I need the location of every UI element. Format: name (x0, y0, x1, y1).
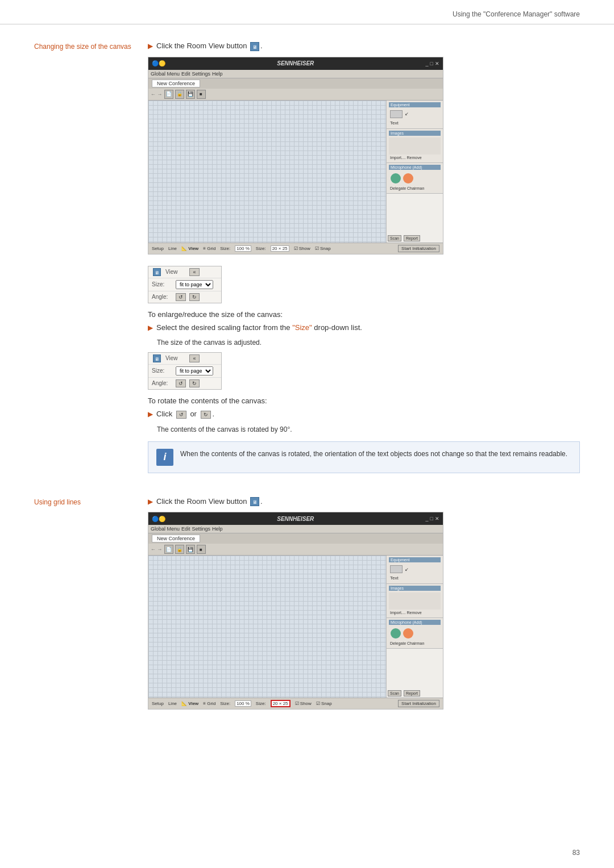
rotate-left-btn-2[interactable]: ↺ (176, 379, 186, 387)
mic-icons-1 (389, 172, 441, 185)
size-select-widget2[interactable]: fit to page 100% (176, 366, 213, 375)
mic-labels-1: Delegate Chairman (389, 185, 441, 191)
right-spacer-2 (387, 649, 443, 689)
win-minimize-2[interactable]: _ (426, 516, 429, 521)
grid-overlay-2 (148, 556, 386, 698)
win-maximize-2[interactable]: □ (430, 516, 433, 521)
angle-label-widget2: Angle: (152, 380, 172, 386)
room-view-icon-2[interactable]: 🖥 (250, 497, 259, 506)
images-area-1 (389, 137, 441, 155)
equipment-content-1: ↙ (389, 109, 441, 119)
equipment-content-2: ↙ (389, 564, 441, 574)
toolbar-square-2[interactable]: ■ (197, 545, 206, 554)
scan-btn-1[interactable]: Scan (388, 235, 401, 241)
rotate-right-inline[interactable]: ↻ (201, 411, 211, 419)
toolbar-doc[interactable]: 📄 (164, 90, 173, 99)
report-btn-2[interactable]: Report (404, 690, 420, 696)
toolbar-nav: ← → (151, 91, 163, 97)
menu-settings[interactable]: Settings (192, 71, 211, 77)
step2-intro: To enlarge/reduce the size of the canvas… (148, 310, 580, 319)
setup-label-2: Setup (152, 701, 164, 706)
images-area-2 (389, 592, 441, 610)
step-arrow-grid1: ▶ (148, 498, 153, 506)
images-title-2: Images (389, 586, 441, 591)
size-label-widget2: Size: (152, 368, 172, 374)
info-text: When the contents of the canvas is rotat… (180, 449, 567, 459)
menu-edit-2[interactable]: Edit (181, 526, 190, 532)
equipment-panel-2: Equipment ↙ Text (387, 556, 443, 584)
app-icons: 🔵🟡 (152, 60, 165, 66)
tab-new-conference-2[interactable]: New Conference (152, 535, 200, 542)
size-value-1[interactable]: 100 % (235, 245, 251, 252)
page-header: Using the "Conference Manager" software (0, 0, 614, 24)
images-panel-2: Images Import.... Remove (387, 584, 443, 618)
toolbar-lock-2[interactable]: 🔒 (175, 545, 184, 554)
toolbar-square[interactable]: ■ (197, 90, 206, 99)
view-label-widget1: View (165, 269, 186, 275)
view-label-2: 📐 View (181, 701, 198, 706)
equip-img (390, 110, 403, 118)
scan-report-1: Scan Report (387, 234, 443, 243)
view-label-widget2: View (165, 355, 186, 361)
report-btn-1[interactable]: Report (404, 235, 420, 241)
start-init-btn-2[interactable]: Start Initialization (398, 700, 439, 707)
title-bar-2: 🔵🟡 SENNHEISER _ □ ✕ (148, 512, 443, 525)
collapse-btn-2[interactable]: « (189, 354, 200, 362)
right-panel-1: Equipment ↙ Text Images Import.... Remov… (386, 101, 443, 243)
window-title-area: 🔵🟡 (152, 60, 165, 66)
images-buttons-2: Import.... Remove (389, 610, 441, 616)
mic-title-2: Microphone (Add) (389, 620, 441, 625)
menu-global-2[interactable]: Global Menu (151, 526, 180, 532)
line-label-1: Line (168, 246, 177, 251)
scan-btn-2[interactable]: Scan (388, 690, 401, 696)
rotate-left-btn-1[interactable]: ↺ (176, 293, 186, 301)
rotate-right-btn-1[interactable]: ↻ (189, 293, 200, 301)
section-content-canvas: ▶ Click the Room View button 🖥. 🔵🟡 SENNH… (148, 41, 580, 480)
grid-nums-1[interactable]: 20 × 25 (271, 245, 289, 252)
toolbar-save-2[interactable]: 💾 (186, 545, 195, 554)
room-view-icon-1[interactable]: 🖥 (250, 42, 259, 51)
equip-arrow: ↙ (405, 111, 409, 116)
section-canvas-size: Changing the size of the canvas ▶ Click … (34, 41, 580, 480)
tab-bar-1: New Conference (148, 78, 443, 89)
equipment-text-label: Text (389, 119, 441, 127)
step-arrow-3: ▶ (148, 410, 153, 418)
toolbar-doc-2[interactable]: 📄 (164, 545, 173, 554)
step-text-3: Click ↺ or ↻. (156, 410, 214, 419)
menu-bar-2: Global Menu Edit Settings Help (148, 525, 443, 533)
rotate-left-inline[interactable]: ↺ (176, 411, 186, 419)
menu-settings-2[interactable]: Settings (192, 526, 211, 532)
menu-global[interactable]: Global Menu (151, 71, 180, 77)
step-text-1: Click the Room View button 🖥. (156, 41, 263, 51)
grid-overlay-1 (148, 101, 386, 243)
grid-nums-2[interactable]: 20 × 25 (271, 700, 291, 707)
rotate-right-btn-2[interactable]: ↻ (189, 379, 200, 387)
start-init-btn-1[interactable]: Start Initialization (398, 245, 439, 252)
menu-help-2[interactable]: Help (212, 526, 223, 532)
toolbar-lock[interactable]: 🔒 (175, 90, 184, 99)
win-close-2[interactable]: ✕ (435, 516, 439, 521)
screenshot-body-1: Equipment ↙ Text Images Import.... Remov… (148, 101, 443, 243)
menu-edit[interactable]: Edit (181, 71, 190, 77)
tab-new-conference-1[interactable]: New Conference (152, 80, 200, 87)
menu-help[interactable]: Help (212, 71, 223, 77)
toolbar-save[interactable]: 💾 (186, 90, 195, 99)
size-value-2[interactable]: 100 % (235, 700, 251, 707)
view-label-1: 📐 View (181, 246, 198, 251)
window-controls-2: _ □ ✕ (426, 516, 439, 521)
step3-intro: To rotate the contents of the canvas: (148, 397, 580, 405)
widget1-row-view: 🖥 View « (148, 266, 221, 278)
mic-title-1: Microphone (Add) (389, 165, 441, 170)
collapse-btn-1[interactable]: « (189, 268, 200, 276)
size-select-widget1[interactable]: fit to page 100% (176, 280, 213, 289)
win-minimize[interactable]: _ (426, 61, 429, 66)
brand-sennheiser-2: SENNHEISER (277, 516, 314, 522)
window-title-area-2: 🔵🟡 (152, 516, 165, 522)
snap-label-2: ☑ Snap (316, 701, 332, 706)
step2-sub: The size of the canvas is adjusted. (157, 337, 580, 348)
win-maximize[interactable]: □ (430, 61, 433, 66)
equipment-text-label-2: Text (389, 574, 441, 582)
bottom-bar-1: Setup Line 📐 View ≡ Grid Size: 100 % Siz… (148, 243, 443, 254)
win-close[interactable]: ✕ (435, 61, 439, 66)
widget2-row-view: 🖥 View « (148, 353, 221, 365)
